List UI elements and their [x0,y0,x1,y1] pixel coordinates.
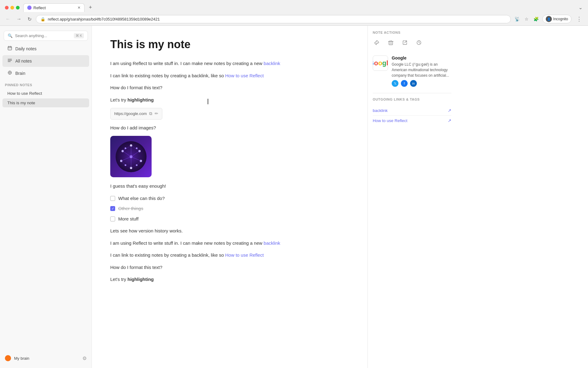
pinned-item-this-is-my-note[interactable]: This is my note [2,98,89,107]
todo-item-2: ✓ Other things [110,205,349,213]
brain-icon [7,70,12,76]
twitter-icon[interactable]: 𝕏 [392,80,398,87]
brain-image [110,136,152,177]
address-bar[interactable]: 🔒 reflect.app/g/sarahjonas/bd4fb7c0510f4… [36,15,511,23]
todo-item-3: More stuff [110,215,349,223]
pinned-item-label: How to use Reflect [7,91,42,96]
forward-button[interactable]: → [15,15,23,23]
sidebar: 🔍 ⌘ K Daily notes [0,26,92,368]
address-text: reflect.app/g/sarahjonas/bd4fb7c0510f489… [48,17,506,21]
bookmark-button[interactable]: ☆ [523,15,530,23]
note-para-11: Let's try highlighting [110,275,349,283]
todo-checkbox-3[interactable] [110,217,115,221]
note-para-3: How do I format this text? [110,84,349,92]
sidebar-item-label: All notes [15,59,32,63]
minimize-traffic-light[interactable] [10,6,14,10]
sidebar-item-brain[interactable]: Brain [2,67,89,79]
share-action-button[interactable] [401,39,409,48]
incognito-badge: 👤 Incognito [542,15,571,23]
todo-label-3: More stuff [118,215,138,223]
tab-favicon [27,6,32,10]
note-para-8: I am using Reflect to write stuff in. I … [110,239,349,247]
svg-rect-0 [8,47,12,50]
main-content: This is my note I am using Reflect to wr… [92,26,368,368]
reload-button[interactable]: ↻ [26,15,33,23]
note-para-9: I can link to existing notes by creating… [110,251,349,259]
extensions-button[interactable]: 🧩 [532,15,540,23]
tab-menu-button[interactable]: ⌄ [575,3,586,12]
all-notes-icon [7,58,12,64]
highlighted-text: highlighting [127,97,154,102]
outgoing-link-label: How to use Reflect [373,118,407,123]
note-title: This is my note [110,38,349,51]
note-para-2: I can link to existing notes by creating… [110,72,349,80]
text-cursor [208,99,208,104]
brain-name-label: My brain [14,356,79,361]
todo-checkbox-1[interactable] [110,196,115,201]
edit-url-icon[interactable]: ✏ [155,110,158,117]
daily-notes-icon [7,46,12,52]
outgoing-link-label: backlink [373,108,388,113]
outgoing-links-title: OUTGOING LINKS & TAGS [373,98,451,101]
outgoing-link-how-to-use[interactable]: How to use Reflect ↗ [373,116,451,125]
note-para-6: I guess that's easy enough! [110,182,349,190]
url-preview-bar: https://google.com ⧉ ✏ [110,108,162,120]
outgoing-link-backlink[interactable]: backlink ↗ [373,105,451,116]
lock-icon: 🔒 [40,17,45,21]
active-tab[interactable]: Reflect ✕ [23,3,85,12]
brain-color-dot [5,355,11,361]
back-button[interactable]: ← [4,15,12,23]
pin-action-button[interactable] [373,39,381,48]
browser-menu-button[interactable]: ⋮ [574,14,584,24]
search-icon: 🔍 [8,33,13,38]
google-info: Google Google LLC (/ˈɡuːɡəl/) is an Amer… [392,56,451,87]
sidebar-item-daily-notes[interactable]: Daily notes [2,43,89,55]
history-action-button[interactable] [415,39,423,48]
backlink-link-2[interactable]: backlink [264,240,280,246]
social-icons: 𝕏 f in [392,80,451,87]
svg-rect-40 [389,41,393,45]
svg-line-39 [376,43,377,44]
search-box[interactable]: 🔍 ⌘ K [4,31,88,41]
how-to-use-link-2[interactable]: How to use Reflect [225,252,264,258]
highlighted-text-2: highlighting [127,277,154,282]
pinned-notes-section-label: PINNED NOTES [0,79,92,89]
todo-checkbox-2[interactable]: ✓ [110,206,115,211]
sidebar-footer: My brain ⚙ [0,351,92,365]
outgoing-link-arrow: ↗ [448,108,451,113]
cast-button[interactable]: 📡 [513,15,521,23]
brain-image-block [110,136,349,177]
delete-action-button[interactable] [387,39,395,48]
sidebar-item-label: Daily notes [15,46,36,51]
sidebar-item-all-notes[interactable]: All notes [2,55,89,67]
google-card: Google Google Google LLC (/ˈɡuːɡəl/) is … [373,56,451,87]
svg-point-8 [9,72,10,73]
incognito-label: Incognito [553,17,568,21]
note-body: I am using Reflect to write stuff in. I … [110,59,349,283]
new-tab-button[interactable]: + [86,2,95,13]
pinned-item-label: This is my note [7,101,35,105]
note-para-7: Lets see how version history works. [110,227,349,235]
note-para-1: I am using Reflect to write stuff in. I … [110,59,349,67]
pinned-item-how-to-use[interactable]: How to use Reflect [2,89,89,98]
maximize-traffic-light[interactable] [16,6,20,10]
panel-divider [373,93,451,93]
how-to-use-link-1[interactable]: How to use Reflect [225,73,264,78]
facebook-icon[interactable]: f [401,80,408,87]
tab-title: Reflect [33,6,46,10]
outgoing-link-arrow-2: ↗ [448,118,451,123]
tab-close-button[interactable]: ✕ [77,6,81,10]
note-para-5: How do I add images? [110,124,349,132]
todo-item-1: What else can this do? [110,194,349,202]
todo-label-1: What else can this do? [118,194,165,202]
close-traffic-light[interactable] [5,6,9,10]
right-panel: NOTE ACTIONS [368,26,456,368]
search-input[interactable] [15,33,71,38]
sidebar-item-label: Brain [15,71,25,76]
linkedin-icon[interactable]: in [410,80,417,87]
settings-icon[interactable]: ⚙ [82,355,87,361]
google-description: Google LLC (/ˈɡuːɡəl/) is an American mu… [392,62,451,78]
copy-url-icon[interactable]: ⧉ [149,110,152,117]
backlink-link-1[interactable]: backlink [264,61,280,66]
note-para-4: Let's try highlighting [110,96,349,104]
